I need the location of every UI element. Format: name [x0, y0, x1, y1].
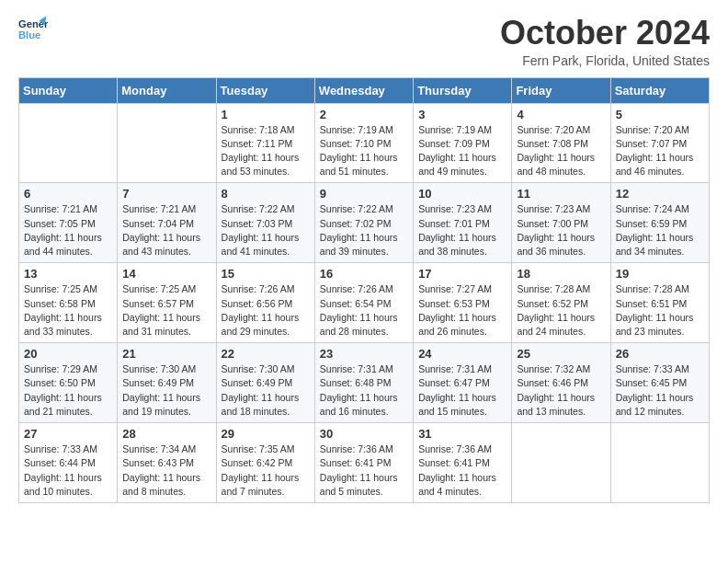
calendar-cell: 23Sunrise: 7:31 AM Sunset: 6:48 PM Dayli…: [314, 343, 413, 423]
column-header-thursday: Thursday: [414, 77, 512, 103]
day-number: 6: [24, 187, 112, 201]
day-number: 17: [418, 267, 506, 281]
calendar-cell: 29Sunrise: 7:35 AM Sunset: 6:42 PM Dayli…: [216, 423, 314, 503]
day-number: 15: [222, 267, 310, 281]
day-number: 29: [222, 427, 310, 441]
cell-content: Sunrise: 7:25 AM Sunset: 6:57 PM Dayligh…: [122, 282, 210, 339]
column-header-friday: Friday: [512, 77, 610, 103]
logo: General Blue: [18, 15, 48, 44]
calendar-cell: 28Sunrise: 7:34 AM Sunset: 6:43 PM Dayli…: [118, 423, 216, 503]
calendar-row: 1Sunrise: 7:18 AM Sunset: 7:11 PM Daylig…: [19, 103, 710, 183]
cell-content: Sunrise: 7:36 AM Sunset: 6:41 PM Dayligh…: [320, 442, 408, 499]
cell-content: Sunrise: 7:33 AM Sunset: 6:45 PM Dayligh…: [616, 362, 704, 419]
cell-content: Sunrise: 7:19 AM Sunset: 7:10 PM Dayligh…: [320, 123, 408, 179]
calendar-cell: 16Sunrise: 7:26 AM Sunset: 6:54 PM Dayli…: [314, 263, 413, 343]
calendar-cell: [610, 423, 709, 503]
cell-content: Sunrise: 7:30 AM Sunset: 6:49 PM Dayligh…: [222, 362, 310, 419]
day-number: 11: [517, 187, 605, 201]
title-block: October 2024 Fern Park, Florida, United …: [500, 15, 710, 68]
calendar-cell: 20Sunrise: 7:29 AM Sunset: 6:50 PM Dayli…: [19, 343, 118, 423]
calendar-cell: 8Sunrise: 7:22 AM Sunset: 7:03 PM Daylig…: [216, 183, 314, 263]
header-row: SundayMondayTuesdayWednesdayThursdayFrid…: [19, 77, 710, 103]
calendar-cell: 18Sunrise: 7:28 AM Sunset: 6:52 PM Dayli…: [512, 263, 610, 343]
cell-content: Sunrise: 7:31 AM Sunset: 6:48 PM Dayligh…: [320, 362, 408, 419]
calendar-cell: 22Sunrise: 7:30 AM Sunset: 6:49 PM Dayli…: [216, 343, 314, 423]
cell-content: Sunrise: 7:21 AM Sunset: 7:05 PM Dayligh…: [24, 202, 112, 259]
column-header-tuesday: Tuesday: [216, 77, 314, 103]
day-number: 16: [320, 267, 408, 281]
cell-content: Sunrise: 7:22 AM Sunset: 7:03 PM Dayligh…: [222, 202, 310, 259]
calendar-row: 13Sunrise: 7:25 AM Sunset: 6:58 PM Dayli…: [19, 263, 710, 343]
column-header-wednesday: Wednesday: [314, 77, 413, 103]
day-number: 22: [222, 347, 310, 361]
page-header: General Blue October 2024 Fern Park, Flo…: [18, 15, 710, 68]
calendar-row: 20Sunrise: 7:29 AM Sunset: 6:50 PM Dayli…: [19, 343, 710, 423]
svg-text:Blue: Blue: [18, 29, 40, 40]
calendar-cell: 24Sunrise: 7:31 AM Sunset: 6:47 PM Dayli…: [414, 343, 512, 423]
day-number: 1: [222, 108, 310, 121]
calendar-cell: 21Sunrise: 7:30 AM Sunset: 6:49 PM Dayli…: [118, 343, 216, 423]
cell-content: Sunrise: 7:23 AM Sunset: 7:01 PM Dayligh…: [418, 202, 506, 259]
calendar-cell: 3Sunrise: 7:19 AM Sunset: 7:09 PM Daylig…: [414, 103, 512, 183]
calendar-table: SundayMondayTuesdayWednesdayThursdayFrid…: [18, 77, 710, 503]
day-number: 9: [320, 187, 408, 201]
cell-content: Sunrise: 7:26 AM Sunset: 6:54 PM Dayligh…: [320, 282, 408, 339]
calendar-cell: 9Sunrise: 7:22 AM Sunset: 7:02 PM Daylig…: [314, 183, 413, 263]
calendar-cell: 5Sunrise: 7:20 AM Sunset: 7:07 PM Daylig…: [610, 103, 709, 183]
calendar-cell: 26Sunrise: 7:33 AM Sunset: 6:45 PM Dayli…: [610, 343, 709, 423]
cell-content: Sunrise: 7:34 AM Sunset: 6:43 PM Dayligh…: [122, 442, 210, 499]
cell-content: Sunrise: 7:20 AM Sunset: 7:07 PM Dayligh…: [616, 123, 704, 179]
cell-content: Sunrise: 7:18 AM Sunset: 7:11 PM Dayligh…: [222, 123, 310, 179]
calendar-cell: [512, 423, 610, 503]
day-number: 28: [122, 427, 210, 441]
calendar-cell: [19, 103, 118, 183]
month-title: October 2024: [500, 15, 710, 52]
calendar-cell: 15Sunrise: 7:26 AM Sunset: 6:56 PM Dayli…: [216, 263, 314, 343]
cell-content: Sunrise: 7:19 AM Sunset: 7:09 PM Dayligh…: [418, 123, 506, 179]
cell-content: Sunrise: 7:28 AM Sunset: 6:51 PM Dayligh…: [616, 282, 704, 339]
calendar-cell: 25Sunrise: 7:32 AM Sunset: 6:46 PM Dayli…: [512, 343, 610, 423]
cell-content: Sunrise: 7:20 AM Sunset: 7:08 PM Dayligh…: [517, 123, 605, 179]
cell-content: Sunrise: 7:23 AM Sunset: 7:00 PM Dayligh…: [517, 202, 605, 259]
calendar-row: 27Sunrise: 7:33 AM Sunset: 6:44 PM Dayli…: [19, 423, 710, 503]
cell-content: Sunrise: 7:27 AM Sunset: 6:53 PM Dayligh…: [418, 282, 506, 339]
day-number: 5: [616, 108, 704, 121]
calendar-cell: 17Sunrise: 7:27 AM Sunset: 6:53 PM Dayli…: [414, 263, 512, 343]
day-number: 23: [320, 347, 408, 361]
cell-content: Sunrise: 7:36 AM Sunset: 6:41 PM Dayligh…: [418, 442, 506, 499]
day-number: 20: [24, 347, 112, 361]
cell-content: Sunrise: 7:26 AM Sunset: 6:56 PM Dayligh…: [222, 282, 310, 339]
day-number: 19: [616, 267, 704, 281]
column-header-saturday: Saturday: [610, 77, 709, 103]
day-number: 25: [517, 347, 605, 361]
day-number: 3: [418, 108, 506, 121]
day-number: 18: [517, 267, 605, 281]
day-number: 8: [222, 187, 310, 201]
day-number: 2: [320, 108, 408, 121]
cell-content: Sunrise: 7:31 AM Sunset: 6:47 PM Dayligh…: [418, 362, 506, 419]
calendar-cell: 10Sunrise: 7:23 AM Sunset: 7:01 PM Dayli…: [414, 183, 512, 263]
cell-content: Sunrise: 7:22 AM Sunset: 7:02 PM Dayligh…: [320, 202, 408, 259]
day-number: 27: [24, 427, 112, 441]
day-number: 7: [122, 187, 210, 201]
calendar-cell: 27Sunrise: 7:33 AM Sunset: 6:44 PM Dayli…: [19, 423, 118, 503]
calendar-cell: 2Sunrise: 7:19 AM Sunset: 7:10 PM Daylig…: [314, 103, 413, 183]
calendar-cell: 4Sunrise: 7:20 AM Sunset: 7:08 PM Daylig…: [512, 103, 610, 183]
cell-content: Sunrise: 7:33 AM Sunset: 6:44 PM Dayligh…: [24, 442, 112, 499]
calendar-cell: 14Sunrise: 7:25 AM Sunset: 6:57 PM Dayli…: [118, 263, 216, 343]
calendar-cell: 13Sunrise: 7:25 AM Sunset: 6:58 PM Dayli…: [19, 263, 118, 343]
day-number: 21: [122, 347, 210, 361]
day-number: 4: [517, 108, 605, 121]
calendar-cell: 7Sunrise: 7:21 AM Sunset: 7:04 PM Daylig…: [118, 183, 216, 263]
cell-content: Sunrise: 7:28 AM Sunset: 6:52 PM Dayligh…: [517, 282, 605, 339]
cell-content: Sunrise: 7:25 AM Sunset: 6:58 PM Dayligh…: [24, 282, 112, 339]
calendar-cell: 11Sunrise: 7:23 AM Sunset: 7:00 PM Dayli…: [512, 183, 610, 263]
day-number: 31: [418, 427, 506, 441]
day-number: 14: [122, 267, 210, 281]
cell-content: Sunrise: 7:21 AM Sunset: 7:04 PM Dayligh…: [122, 202, 210, 259]
calendar-cell: 12Sunrise: 7:24 AM Sunset: 6:59 PM Dayli…: [610, 183, 709, 263]
column-header-sunday: Sunday: [19, 77, 118, 103]
calendar-cell: 1Sunrise: 7:18 AM Sunset: 7:11 PM Daylig…: [216, 103, 314, 183]
calendar-cell: 6Sunrise: 7:21 AM Sunset: 7:05 PM Daylig…: [19, 183, 118, 263]
location: Fern Park, Florida, United States: [500, 53, 710, 68]
